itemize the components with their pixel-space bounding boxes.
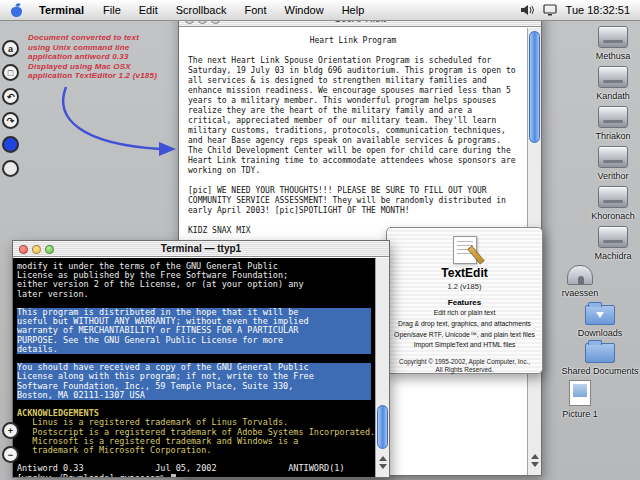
scrollbar-arrows[interactable] (376, 454, 389, 476)
picture-file-icon (569, 380, 591, 406)
app-menu-terminal[interactable]: Terminal (29, 4, 94, 16)
annotation-tool-palette-bottom: + − (2, 422, 19, 470)
volume-label: Kandath (596, 91, 630, 101)
terminal-scrollbar[interactable] (375, 258, 389, 477)
document-paragraph: The next Heart Link Spouse Orientation P… (188, 56, 518, 176)
close-button[interactable] (19, 245, 28, 254)
volume-icon-khoronach[interactable]: Khoronach (581, 186, 640, 221)
terminal-line-selected: Boston, MA 02111-1307 USA (17, 391, 371, 400)
zoom-out-tool[interactable]: − (2, 446, 19, 463)
drive-icon (598, 186, 628, 208)
window-title: Terminal — ttyp1 (161, 243, 241, 254)
terminal-window: Terminal — ttyp1 modify it under the ter… (12, 240, 390, 478)
volume-icon-thriakon[interactable]: Thriakon (581, 106, 640, 141)
desktop-icon-picture-1[interactable]: Picture 1 (548, 380, 612, 419)
annotation-note: Document converted to text using Unix co… (28, 33, 188, 81)
drive-icon (598, 26, 628, 48)
drive-icon (598, 66, 628, 88)
drive-icon (598, 146, 628, 168)
menu-file[interactable]: File (94, 4, 130, 16)
annotation-arrow (54, 84, 186, 164)
about-feature: Drag & drop text, graphics, and attachme… (387, 320, 542, 329)
desktop-item-label: rvaessen (562, 288, 599, 298)
textedit-app-icon (453, 236, 477, 264)
scrollbar-thumb[interactable] (529, 31, 540, 143)
home-icon (567, 265, 593, 285)
menu-scrollback[interactable]: Scrollback (167, 4, 236, 16)
volume-icon-kandath[interactable]: Kandath (581, 66, 640, 101)
terminal-line-selected: details. (17, 345, 371, 354)
about-feature: Import SimpleText and HTML files (387, 341, 542, 350)
folder-icon (585, 343, 615, 363)
apple-menu-icon[interactable] (10, 3, 23, 17)
scroll-down-icon[interactable] (379, 464, 387, 469)
scroll-up-icon[interactable] (379, 456, 387, 461)
volume-icon-verithor[interactable]: Verithor (581, 146, 640, 181)
annotation-tool-palette: a □ ↶ ↷ (2, 40, 19, 184)
about-copyright: Copyright © 1995-2002, Apple Computer, I… (387, 358, 542, 374)
about-feature: Open/save RTF, Unicode™, and plain text … (387, 331, 542, 340)
document-heading: Heart Link Program (188, 36, 518, 46)
document-paragraph: [pic] WE NEED YOUR THOUGHTS!!! PLEASE BE… (188, 186, 518, 216)
redo-tool[interactable]: ↷ (2, 112, 19, 129)
terminal-prompt-line[interactable]: [wacky:~/Downloads] rvaessen% (17, 474, 371, 477)
volume-label: Verithor (597, 171, 628, 181)
about-features-heading: Features (387, 298, 542, 307)
volume-icon[interactable] (520, 4, 534, 16)
drive-icon (598, 226, 628, 248)
undo-tool[interactable]: ↶ (2, 88, 19, 105)
download-arrow-icon (596, 312, 604, 318)
text-tool[interactable]: a (2, 40, 19, 57)
volume-icon-machidra[interactable]: Machidra (581, 226, 640, 261)
menu-bar-clock[interactable]: Tue 18:32:51 (566, 4, 632, 16)
desktop-icon-downloads[interactable]: Downloads (568, 300, 632, 338)
scrollbar-arrows[interactable] (528, 452, 541, 474)
volume-label: Methusa (596, 51, 631, 61)
about-feature: Edit rich or plain text (387, 309, 542, 318)
menu-help[interactable]: Help (333, 4, 374, 16)
volume-label: Thriakon (595, 131, 630, 141)
about-app-name: TextEdit (387, 266, 542, 280)
terminal-line: trademark of Microsoft Corporation. (17, 446, 371, 455)
desktop-screen: Terminal File Edit Scrollback Font Windo… (0, 0, 640, 480)
terminal-output-area[interactable]: modify it under the terms of the GNU Gen… (13, 258, 375, 477)
volume-icon-methusa[interactable]: Methusa (581, 26, 640, 61)
terminal-cursor (171, 474, 176, 477)
scroll-down-icon[interactable] (531, 462, 539, 467)
menu-window[interactable]: Window (276, 4, 333, 16)
volume-label: Machidra (594, 251, 631, 261)
about-textedit-panel: TextEdit 1.2 (v185) Features Edit rich o… (386, 227, 543, 374)
displays-icon[interactable] (543, 4, 557, 16)
scroll-up-icon[interactable] (531, 454, 539, 459)
desktop-item-label: Shared Documents (561, 366, 638, 376)
desktop-item-label: Downloads (578, 328, 623, 338)
menu-bar: Terminal File Edit Scrollback Font Windo… (0, 0, 640, 21)
menu-bar-status-area: Tue 18:32:51 (520, 4, 632, 16)
shape-tool[interactable]: □ (2, 64, 19, 81)
drive-icon (598, 106, 628, 128)
downloads-folder-icon (585, 305, 615, 325)
desktop-icon-rvaessen[interactable]: rvaessen (548, 262, 612, 298)
blue-color-swatch[interactable] (2, 136, 19, 153)
terminal-line: later version. (17, 290, 371, 299)
window-controls (19, 245, 54, 254)
volume-label: Khoronach (591, 211, 635, 221)
terminal-titlebar[interactable]: Terminal — ttyp1 (13, 241, 389, 257)
menu-edit[interactable]: Edit (130, 4, 167, 16)
zoom-in-tool[interactable]: + (2, 422, 19, 439)
scrollbar-thumb[interactable] (377, 405, 388, 449)
menu-font[interactable]: Font (235, 4, 275, 16)
desktop-item-label: Picture 1 (562, 409, 598, 419)
about-version: 1.2 (v185) (387, 282, 542, 291)
clear-color-swatch[interactable] (2, 160, 19, 177)
zoom-button[interactable] (45, 245, 54, 254)
terminal-prompt: [wacky:~/Downloads] rvaessen% (17, 473, 171, 477)
minimize-button[interactable] (32, 245, 41, 254)
desktop-icon-shared-documents[interactable]: Shared Documents (568, 338, 632, 376)
terminal-line-selected: PURPOSE. See the GNU General Public Lice… (17, 336, 371, 345)
